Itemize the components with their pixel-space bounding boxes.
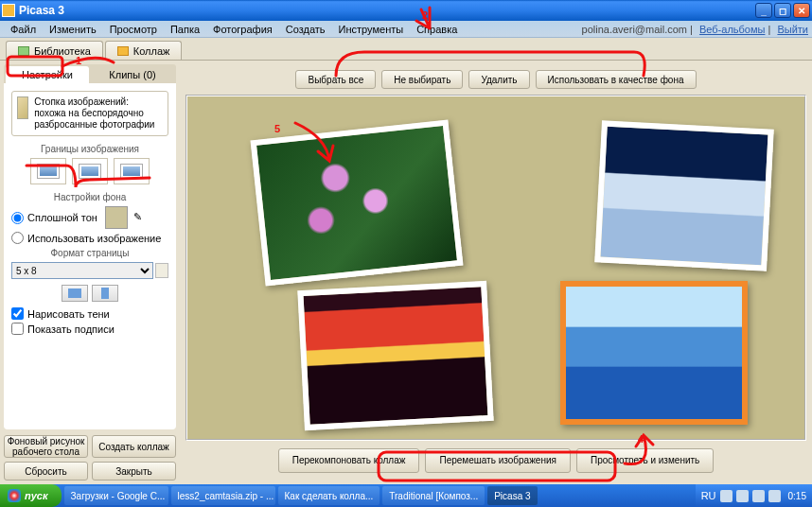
orientation-portrait[interactable]: [92, 285, 118, 302]
system-tray: RU 0:15: [696, 484, 812, 507]
taskbar: пуск Загрузки - Google C... less2_camtas…: [0, 484, 812, 507]
style-icon: [17, 96, 28, 119]
logout-link[interactable]: Выйти: [777, 24, 808, 35]
format-title: Формат страницы: [11, 248, 168, 258]
webalbums-link[interactable]: Веб-альбомы: [699, 24, 765, 35]
btn-preview[interactable]: Просмотреть и изменить: [576, 448, 714, 473]
taskbar-item-3[interactable]: Traditional [Композ...: [382, 486, 485, 505]
chk-caption[interactable]: [11, 323, 24, 335]
eyedropper-icon[interactable]: ✎: [133, 211, 147, 224]
taskbar-item-0[interactable]: Загрузки - Google C...: [64, 486, 168, 505]
menu-tools[interactable]: Инструменты: [332, 23, 411, 36]
tray-icon[interactable]: [736, 490, 749, 502]
lang-indicator[interactable]: RU: [701, 490, 716, 501]
close-button[interactable]: ✕: [793, 3, 810, 18]
btn-create[interactable]: Создать коллаж: [92, 435, 176, 458]
btn-shuffle[interactable]: Перемешать изображения: [425, 448, 571, 473]
collage-style-selector[interactable]: Стопка изображений: похожа на беспорядоч…: [11, 91, 168, 136]
border-option-3[interactable]: [114, 158, 150, 184]
menu-create[interactable]: Создать: [279, 23, 332, 36]
borders-title: Границы изображения: [11, 144, 168, 154]
btn-select-all[interactable]: Выбрать все: [295, 70, 376, 89]
clock[interactable]: 0:15: [788, 491, 806, 501]
collage-canvas[interactable]: [185, 95, 806, 441]
btn-recompose[interactable]: Перекомпоновать коллаж: [278, 448, 420, 473]
title-bar: Picasa 3 _ ◻ ✕: [0, 0, 812, 21]
taskbar-item-1[interactable]: less2_camtasia.zip - ...: [171, 486, 275, 505]
collage-icon: [117, 46, 129, 56]
taskbar-item-2[interactable]: Как сделать колла...: [278, 486, 380, 505]
border-option-1[interactable]: [30, 158, 66, 184]
btn-reset[interactable]: Сбросить: [4, 462, 88, 481]
menu-folder[interactable]: Папка: [164, 23, 206, 36]
taskbar-item-4[interactable]: Picasa 3: [487, 486, 537, 505]
border-option-2[interactable]: [72, 158, 108, 184]
btn-delete[interactable]: Удалить: [468, 70, 529, 89]
library-icon: [18, 46, 29, 56]
windows-icon: [8, 489, 21, 502]
radio-solid[interactable]: [11, 212, 24, 224]
btn-wallpaper[interactable]: Фоновый рисунок рабочего стола: [4, 435, 88, 458]
bg-title: Настройки фона: [11, 192, 168, 202]
menu-bar: Файл Изменить Просмотр Папка Фотография …: [0, 21, 812, 38]
orientation-landscape[interactable]: [62, 285, 88, 302]
photo-winter[interactable]: [594, 120, 774, 271]
main-area: Выбрать все Не выбирать Удалить Использо…: [180, 61, 812, 484]
style-text: Стопка изображений: похожа на беспорядоч…: [34, 96, 163, 131]
btn-select-none[interactable]: Не выбирать: [381, 70, 463, 89]
sidebar: Настройки Клипы (0) Стопка изображений: …: [0, 61, 180, 484]
tab-library[interactable]: Библиотека: [6, 41, 103, 60]
btn-set-bg[interactable]: Использовать в качестве фона: [536, 70, 697, 89]
minimize-button[interactable]: _: [755, 3, 772, 18]
format-select[interactable]: 5 x 8: [11, 262, 153, 279]
photo-sunset[interactable]: [297, 281, 493, 430]
start-button[interactable]: пуск: [0, 484, 62, 507]
account-area: polina.averi@mail.com | Веб-альбомы | Вы…: [582, 24, 808, 35]
tray-icon[interactable]: [752, 490, 765, 502]
account-email: polina.averi@mail.com: [582, 24, 687, 35]
subtab-settings[interactable]: Настройки: [6, 66, 89, 83]
subtab-clips[interactable]: Клипы (0): [91, 66, 174, 83]
photo-flowers[interactable]: [250, 119, 463, 286]
tab-collage[interactable]: Коллаж: [105, 41, 183, 60]
menu-file[interactable]: Файл: [4, 23, 43, 36]
menu-help[interactable]: Справка: [410, 23, 464, 36]
photo-mountains[interactable]: [560, 281, 748, 425]
maximize-button[interactable]: ◻: [774, 3, 791, 18]
btn-close[interactable]: Закрыть: [92, 462, 176, 481]
bottom-button-bar: Перекомпоновать коллаж Перемешать изобра…: [185, 448, 806, 473]
menu-edit[interactable]: Изменить: [43, 23, 103, 36]
menu-photo[interactable]: Фотография: [206, 23, 279, 36]
tray-icon[interactable]: [768, 490, 781, 502]
tray-icon[interactable]: [720, 490, 733, 502]
window-title: Picasa 3: [19, 4, 753, 17]
top-button-bar: Выбрать все Не выбирать Удалить Использо…: [185, 70, 806, 89]
menu-view[interactable]: Просмотр: [103, 23, 164, 36]
format-extra-button[interactable]: [155, 263, 168, 278]
bg-color-swatch[interactable]: [105, 206, 128, 229]
tab-bar: Библиотека Коллаж: [0, 38, 812, 61]
app-icon: [2, 4, 15, 17]
chk-shadow[interactable]: [11, 307, 24, 320]
radio-image[interactable]: [11, 232, 24, 244]
